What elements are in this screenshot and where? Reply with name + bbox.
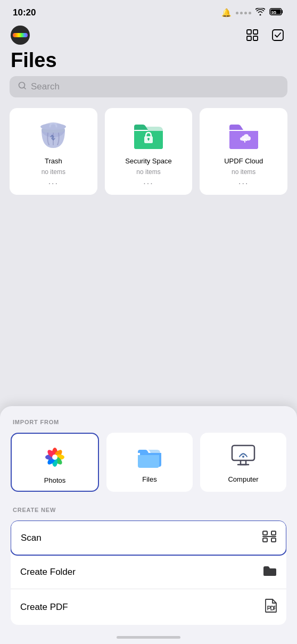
trash-folder-icon <box>35 117 72 154</box>
svg-rect-28 <box>271 531 276 535</box>
cloud-count: no items <box>232 168 255 176</box>
signal-icon <box>236 12 251 14</box>
trash-label: Trash <box>45 157 62 165</box>
import-section-label: IMPORT FROM <box>11 419 286 425</box>
create-scan-button[interactable]: Scan <box>11 521 286 556</box>
scan-icon <box>262 531 276 545</box>
mute-icon: 🔔 <box>221 8 232 18</box>
svg-rect-6 <box>253 36 258 40</box>
wifi-icon <box>255 8 265 18</box>
svg-rect-29 <box>263 538 267 542</box>
folder-card-trash[interactable]: Trash no items ··· <box>10 108 97 195</box>
create-pdf-label: Create PDF <box>20 602 68 613</box>
import-files-button[interactable]: Files <box>106 433 193 492</box>
photos-icon <box>40 442 70 472</box>
status-right: 🔔 95 <box>221 7 284 18</box>
svg-text:95: 95 <box>271 10 276 15</box>
svg-rect-30 <box>271 538 276 542</box>
folder-icon <box>263 565 277 579</box>
security-count: no items <box>136 168 160 176</box>
header-actions <box>244 27 286 44</box>
cloud-folder-icon <box>225 117 262 154</box>
page-title-section: Files <box>0 47 297 76</box>
pdf-icon <box>265 599 277 615</box>
create-list: Scan Create Folder Create <box>11 521 286 625</box>
folder-card-security[interactable]: Security Space no items ··· <box>105 108 193 195</box>
svg-rect-27 <box>263 531 267 535</box>
security-folder-icon <box>130 117 167 154</box>
import-photos-button[interactable]: Photos <box>11 433 99 492</box>
select-button[interactable] <box>269 27 286 44</box>
create-pdf-button[interactable]: Create PDF <box>11 589 286 625</box>
create-scan-label: Scan <box>21 533 42 543</box>
import-photos-label: Photos <box>44 476 65 484</box>
app-logo[interactable] <box>11 26 30 45</box>
import-computer-button[interactable]: Computer <box>200 433 286 492</box>
svg-point-24 <box>52 455 57 460</box>
svg-rect-5 <box>247 36 251 40</box>
svg-rect-7 <box>273 30 283 40</box>
app-header <box>0 21 297 47</box>
svg-point-26 <box>242 456 244 458</box>
svg-rect-4 <box>253 30 258 34</box>
create-section-label: CREATE NEW <box>11 507 286 513</box>
svg-rect-3 <box>247 30 251 34</box>
battery-icon: 95 <box>269 7 284 18</box>
import-grid: Photos Files <box>11 433 286 492</box>
files-icon <box>135 441 164 471</box>
grid-view-button[interactable] <box>244 27 261 44</box>
folder-grid: Trash no items ··· Security Space no ite… <box>0 108 297 195</box>
import-computer-label: Computer <box>228 475 258 483</box>
computer-icon <box>228 441 258 471</box>
security-menu[interactable]: ··· <box>143 179 153 188</box>
home-indicator <box>117 636 180 639</box>
search-icon <box>18 81 27 92</box>
svg-rect-14 <box>148 139 149 141</box>
cloud-menu[interactable]: ··· <box>238 179 249 188</box>
security-label: Security Space <box>125 157 171 165</box>
create-folder-button[interactable]: Create Folder <box>11 555 286 589</box>
search-bar[interactable]: Search <box>10 76 287 97</box>
bottom-sheet: IMPORT FROM <box>0 406 297 644</box>
svg-point-11 <box>40 123 66 130</box>
svg-rect-25 <box>232 445 254 460</box>
create-folder-label: Create Folder <box>20 567 76 577</box>
search-placeholder: Search <box>31 81 60 92</box>
trash-count: no items <box>42 168 65 176</box>
trash-menu[interactable]: ··· <box>48 179 59 188</box>
cloud-label: UPDF Cloud <box>224 157 263 165</box>
status-bar: 10:20 🔔 95 <box>0 0 297 21</box>
status-time: 10:20 <box>13 7 36 18</box>
import-files-label: Files <box>142 475 156 483</box>
folder-card-cloud[interactable]: UPDF Cloud no items ··· <box>200 108 287 195</box>
page-title: Files <box>11 49 286 72</box>
